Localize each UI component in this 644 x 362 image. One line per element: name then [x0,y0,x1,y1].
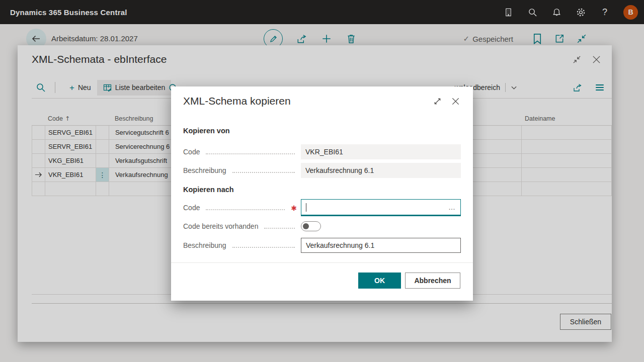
screen: Dynamics 365 Business Central [0,0,644,362]
code-exists-row: Code bereits vorhanden [183,220,461,232]
copy-to-description-row: Beschreibung Verkaufsrechnung 6.1 [183,238,461,253]
code-exists-label: Code bereits vorhanden [183,222,258,230]
copy-to-description-input[interactable]: Verkaufsrechnung 6.1 [301,238,461,253]
ok-button[interactable]: OK [358,273,401,289]
copy-to-heading: Kopieren nach [183,186,234,194]
copy-to-code-row: Code ✱ … [183,199,461,216]
copy-from-heading: Kopieren von [183,127,230,135]
dotted-leader [264,228,295,229]
dotted-leader [206,153,295,154]
copy-from-code-row: Code VKR_EBI61 [183,144,461,159]
dialog-close-icon[interactable] [451,97,460,106]
required-asterisk-icon: ✱ [291,204,297,212]
copy-from-description-row: Beschreibung Verkaufsrechnung 6.1 [183,163,461,178]
copy-from-description-label: Beschreibung [183,166,226,174]
dotted-leader [232,247,295,248]
dialog-divider [171,262,473,263]
cancel-button[interactable]: Abbrechen [405,273,460,289]
copy-to-code-label: Code [183,204,200,212]
toggle-knob [303,223,309,229]
dialog-window-controls [433,97,460,106]
dialog-title: XML-Schema kopieren [183,95,291,107]
text-cursor [306,203,306,212]
copy-from-code-field: VKR_EBI61 [301,144,461,159]
code-exists-toggle[interactable] [301,221,321,231]
copy-from-description-field: Verkaufsrechnung 6.1 [301,163,461,178]
dialog-expand-icon[interactable] [433,97,442,106]
lookup-ellipsis-button[interactable]: … [448,204,456,211]
copy-to-description-label: Beschreibung [183,241,226,249]
dotted-leader [206,209,285,210]
dialog-buttons: OK Abbrechen [171,273,460,289]
copy-xml-schema-dialog: XML-Schema kopieren Kopieren von Code VK… [171,86,473,301]
copy-to-code-input[interactable]: … [301,199,461,216]
copy-from-code-label: Code [183,148,200,156]
dotted-leader [232,172,295,173]
